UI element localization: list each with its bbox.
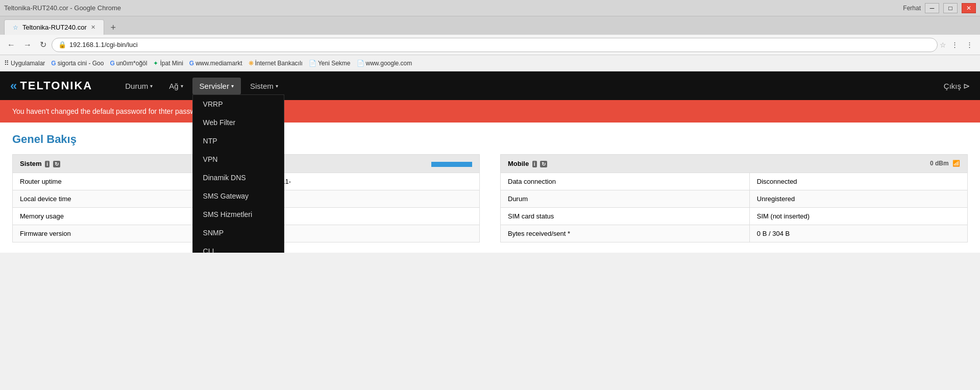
apps-icon: ⠿ — [4, 59, 9, 67]
alert-message-before: You haven't changed the default password… — [12, 107, 165, 115]
browser-nav-bar: ← → ↻ 🔒 192.168.1.1/cgi-bin/luci ☆ ⋮ ⋮ — [0, 35, 980, 55]
logout-icon: ⊳ — [963, 81, 970, 91]
bookmark-new-tab[interactable]: 📄 Yeni Sekme — [309, 60, 351, 67]
brand-chevron-icon: « — [10, 79, 18, 93]
info-tables-row: Sistem i ↻ Router uptime 0d 0h 9m 8s (si… — [12, 154, 968, 242]
signal-strength: 0 dBm 📶 — [930, 160, 960, 167]
sim-card-value: SIM (not inserted) — [749, 208, 967, 225]
close-button[interactable]: ✕ — [962, 3, 976, 13]
bookmark-google[interactable]: 📄 www.google.com — [357, 60, 412, 67]
back-button[interactable]: ← — [4, 38, 18, 52]
bookmark-ipat[interactable]: ✦ İpat Mini — [153, 60, 183, 67]
bookmark-star-icon[interactable]: ☆ — [940, 41, 946, 49]
bytes-label: Bytes received/sent * — [501, 225, 750, 242]
page-icon: 📄 — [309, 60, 316, 67]
sistem-info-icon[interactable]: i — [45, 161, 50, 167]
nav-item-durum[interactable]: Durum ▾ — [118, 78, 160, 94]
main-content: Genel Bakış Sistem i ↻ — [0, 123, 980, 253]
brand-logo: « TELTONIKA — [10, 79, 92, 93]
extensions-button[interactable]: ⋮ — [948, 39, 961, 51]
durum-value: Unregistered — [749, 190, 967, 208]
nav-label-durum: Durum — [125, 82, 148, 90]
dropdown-item-sms-hizmetleri[interactable]: SMS Hizmetleri — [193, 205, 284, 224]
mobile-refresh-icon[interactable]: ↻ — [540, 161, 547, 167]
new-tab-button[interactable]: + — [106, 20, 120, 35]
nav-item-sistem[interactable]: Sistem ▾ — [243, 78, 285, 94]
menu-button[interactable]: ⋮ — [963, 39, 976, 51]
dropdown-item-ntp[interactable]: NTP — [193, 132, 284, 150]
bookmark-apps[interactable]: ⠿ Uygulamalar — [4, 59, 45, 67]
bookmark-un0im-label: un0ım*oğöl — [116, 60, 148, 67]
page-title: Genel Bakış — [12, 133, 968, 146]
ipat-icon: ✦ — [153, 60, 158, 67]
data-connection-label: Data connection — [501, 173, 750, 190]
nav-item-servisler[interactable]: Servisler ▾ — [192, 78, 241, 94]
bookmark-ipat-label: İpat Mini — [160, 60, 183, 67]
caret-down-icon-sistem: ▾ — [276, 83, 278, 89]
dropdown-item-sms-gateway[interactable]: SMS Gateway — [193, 187, 284, 205]
google-icon-1: G — [51, 60, 56, 67]
bytes-value: 0 B / 304 B — [749, 225, 967, 242]
bookmarks-bar: ⠿ Uygulamalar G sigorta cini - Goo G un0… — [0, 55, 980, 71]
title-bar-text: Teltonika-RUT240.cor - Google Chrome — [4, 4, 899, 12]
dropdown-item-vpn[interactable]: VPN — [193, 150, 284, 168]
bookmark-new-tab-label: Yeni Sekme — [318, 60, 351, 67]
table-row: SIM card status SIM (not inserted) — [501, 208, 968, 225]
data-connection-value: Disconnected — [749, 173, 967, 190]
dropdown-item-snmp[interactable]: SNMP — [193, 224, 284, 242]
nav-label-sistem: Sistem — [250, 82, 274, 90]
bookmark-mediamarkt[interactable]: G www.mediamarkt — [189, 60, 242, 67]
title-bar-user: Ferhat — [903, 5, 921, 12]
bookmark-un0im[interactable]: G un0ım*oğöl — [110, 60, 147, 67]
firmware-version-label: Firmware version — [13, 225, 200, 242]
router-uptime-label: Router uptime — [13, 173, 200, 190]
table-row: Bytes received/sent * 0 B / 304 B — [501, 225, 968, 242]
mobile-table-header: Mobile i ↻ 0 dBm 📶 — [501, 155, 968, 173]
bookmark-google-label: www.google.com — [366, 60, 412, 67]
alert-bar: You haven't changed the default password… — [0, 100, 980, 123]
minimize-button[interactable]: ─ — [925, 3, 939, 13]
brand-name: TELTONIKA — [20, 79, 92, 92]
forward-button[interactable]: → — [20, 38, 35, 52]
page-icon-2: 📄 — [357, 60, 364, 67]
bookmark-internet-label: İnternet Bankacılı — [255, 60, 303, 67]
address-bar[interactable]: 🔒 192.168.1.1/cgi-bin/luci — [52, 38, 938, 52]
sim-card-label: SIM card status — [501, 208, 750, 225]
tab-favicon: ☆ — [13, 24, 18, 31]
nav-item-ag[interactable]: Ağ ▾ — [162, 78, 190, 94]
bookmark-mediamarkt-label: www.mediamarkt — [195, 60, 242, 67]
table-row: Durum Unregistered — [501, 190, 968, 208]
bookmark-apps-label: Uygulamalar — [11, 60, 45, 67]
bookmark-sigorta[interactable]: G sigorta cini - Goo — [51, 60, 104, 67]
servisler-dropdown: VRRP Web Filter NTP VPN Dinamik DNS SMS … — [192, 94, 284, 253]
tab-close-icon[interactable]: ✕ — [91, 24, 95, 31]
google-icon-3: G — [189, 60, 194, 67]
maximize-button[interactable]: □ — [943, 3, 958, 13]
google-icon-2: G — [110, 60, 114, 67]
nav-label-servisler: Servisler — [200, 82, 229, 90]
bookmark-internet[interactable]: ❋ İnternet Bankacılı — [249, 60, 303, 67]
signal-bars-icon: 📶 — [952, 160, 960, 167]
caret-down-icon-servisler: ▾ — [231, 83, 234, 89]
browser-tab[interactable]: ☆ Teltonika-RUT240.cor ✕ — [4, 19, 104, 35]
dropdown-item-dinamik-dns[interactable]: Dinamik DNS — [193, 168, 284, 187]
reload-button[interactable]: ↻ — [37, 38, 50, 52]
sistem-refresh-icon[interactable]: ↻ — [53, 161, 60, 167]
url-text: 192.168.1.1/cgi-bin/luci — [69, 41, 931, 48]
table-spacer — [480, 154, 500, 242]
logout-button[interactable]: Çıkış ⊳ — [944, 81, 970, 91]
brand: « TELTONIKA — [10, 79, 92, 93]
caret-down-icon-durum: ▾ — [150, 83, 153, 89]
tab-label: Teltonika-RUT240.cor — [22, 23, 87, 31]
mobile-table: Mobile i ↻ 0 dBm 📶 Data connection — [500, 154, 968, 242]
dropdown-item-web-filter[interactable]: Web Filter — [193, 113, 284, 132]
app-navbar: « TELTONIKA Durum ▾ Ağ ▾ Servisler ▾ VRR… — [0, 71, 980, 100]
dropdown-item-cli[interactable]: CLI — [193, 242, 284, 253]
dropdown-item-vrrp[interactable]: VRRP — [193, 95, 284, 113]
tab-bar: ☆ Teltonika-RUT240.cor ✕ + — [0, 16, 980, 35]
nav-label-ag: Ağ — [169, 82, 178, 90]
mobile-info-icon[interactable]: i — [532, 161, 537, 167]
logout-label: Çıkış — [944, 82, 961, 90]
main-nav: Durum ▾ Ağ ▾ Servisler ▾ VRRP Web Filter… — [118, 78, 928, 94]
caret-down-icon-ag: ▾ — [181, 83, 183, 89]
